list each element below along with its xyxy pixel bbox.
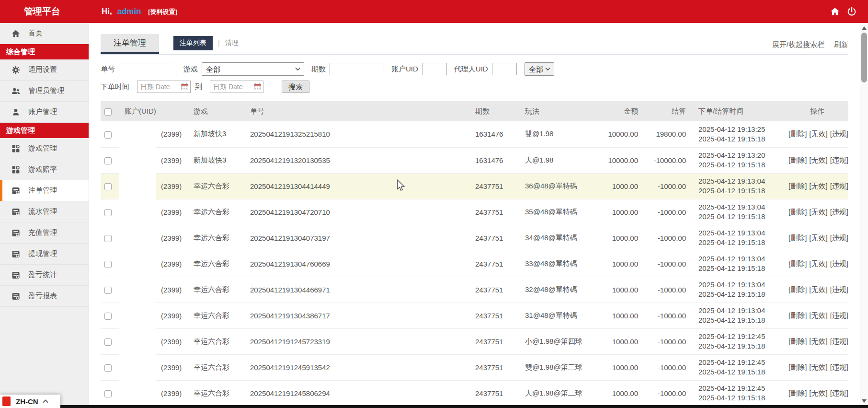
sidebar-item-flow-management[interactable]: 流水管理 bbox=[0, 201, 89, 222]
vertical-scrollbar[interactable] bbox=[860, 23, 868, 405]
sidebar-item-game-management[interactable]: 游戏管理 bbox=[0, 138, 89, 159]
time-cell: 2025-04-12 19:13:04 2025-04-12 19:15:18 bbox=[693, 277, 786, 303]
row-select-cell bbox=[101, 147, 119, 173]
violation-action-link[interactable]: [违规] bbox=[830, 233, 848, 242]
settled-time: 2025-04-12 19:15:18 bbox=[698, 367, 786, 377]
delete-action-link[interactable]: [删除] bbox=[788, 182, 807, 190]
settled-time: 2025-04-12 19:15:18 bbox=[698, 341, 786, 351]
game-cell: 幸运六合彩 bbox=[188, 354, 244, 380]
row-checkbox[interactable] bbox=[104, 131, 112, 139]
sidebar-item-recharge-management[interactable]: 充值管理 bbox=[0, 222, 89, 244]
invalid-action-link[interactable]: [无效] bbox=[809, 156, 827, 164]
row-checkbox[interactable] bbox=[104, 390, 112, 397]
profile-settings-link[interactable]: [资料设置] bbox=[148, 8, 177, 15]
sidebar-item-game-odds[interactable]: 游戏赔率 bbox=[0, 159, 89, 180]
invalid-action-link[interactable]: [无效] bbox=[809, 285, 827, 293]
violation-action-link[interactable]: [违规] bbox=[830, 363, 848, 371]
delete-action-link[interactable]: [删除] bbox=[788, 233, 807, 242]
language-label: ZH-CN bbox=[16, 397, 38, 406]
tab-divider: | bbox=[218, 39, 220, 47]
status-select[interactable]: 全部 bbox=[525, 62, 554, 76]
row-checkbox[interactable] bbox=[104, 364, 112, 372]
delete-action-link[interactable]: [删除] bbox=[788, 337, 807, 345]
grid-icon bbox=[11, 144, 20, 153]
period-input[interactable] bbox=[330, 63, 384, 75]
violation-action-link[interactable]: [违规] bbox=[830, 285, 848, 293]
order-no-input[interactable] bbox=[119, 63, 176, 75]
scroll-down-icon[interactable] bbox=[862, 399, 867, 403]
violation-action-link[interactable]: [违规] bbox=[830, 389, 848, 397]
delete-action-link[interactable]: [删除] bbox=[788, 208, 807, 216]
sidebar-item-profit-stats[interactable]: 盈亏统计 bbox=[0, 265, 89, 286]
violation-action-link[interactable]: [违规] bbox=[830, 182, 848, 190]
invalid-action-link[interactable]: [无效] bbox=[809, 259, 827, 268]
invalid-action-link[interactable]: [无效] bbox=[809, 389, 827, 397]
calendar-icon[interactable] bbox=[181, 83, 188, 91]
violation-action-link[interactable]: [违规] bbox=[830, 259, 848, 268]
row-checkbox[interactable] bbox=[104, 313, 112, 320]
violation-action-link[interactable]: [违规] bbox=[830, 311, 848, 319]
delete-action-link[interactable]: [删除] bbox=[788, 311, 807, 319]
toggle-search-link[interactable]: 展开/收起搜索栏 bbox=[772, 40, 824, 49]
delete-action-link[interactable]: [删除] bbox=[788, 389, 807, 397]
search-button[interactable]: 搜索 bbox=[282, 81, 309, 93]
game-cell: 幸运六合彩 bbox=[188, 173, 244, 199]
play-cell: 34@48@單特碼 bbox=[519, 225, 591, 251]
sidebar-item-profit-report[interactable]: 盈亏报表 bbox=[0, 286, 89, 307]
order-no-cell: 20250412191304466971 bbox=[244, 277, 469, 303]
period-label: 期数 bbox=[311, 65, 326, 74]
delete-action-link[interactable]: [删除] bbox=[788, 129, 807, 138]
row-checkbox[interactable] bbox=[104, 287, 112, 294]
spacer-cell bbox=[119, 173, 156, 199]
account-uid-input[interactable] bbox=[422, 63, 447, 75]
sidebar-item-withdraw-management[interactable]: 提现管理 bbox=[0, 244, 89, 265]
amount-cell: 1000.00 bbox=[591, 199, 645, 225]
delete-action-link[interactable]: [删除] bbox=[788, 285, 807, 293]
refresh-link[interactable]: 刷新 bbox=[834, 40, 848, 49]
sidebar-item-account-management[interactable]: 账户管理 bbox=[0, 102, 89, 123]
sidebar-item-home[interactable]: 首页 bbox=[0, 23, 89, 44]
sidebar-item-admin-management[interactable]: 管理员管理 bbox=[0, 81, 89, 102]
power-icon[interactable] bbox=[847, 7, 857, 16]
agent-uid-input[interactable] bbox=[492, 63, 517, 75]
select-all-checkbox[interactable] bbox=[104, 108, 112, 116]
invalid-action-link[interactable]: [无效] bbox=[809, 129, 827, 138]
tab-bet-list[interactable]: 注单列表 bbox=[173, 36, 213, 50]
violation-action-link[interactable]: [违规] bbox=[830, 337, 848, 345]
home-icon[interactable] bbox=[830, 7, 840, 16]
module-tab-bet-management[interactable]: 注单管理 bbox=[101, 34, 159, 54]
invalid-action-link[interactable]: [无效] bbox=[809, 363, 827, 371]
sidebar-item-bet-management[interactable]: 注单管理 bbox=[0, 180, 89, 201]
calendar-icon[interactable] bbox=[254, 83, 261, 91]
row-checkbox[interactable] bbox=[104, 261, 112, 268]
sidebar-item-general-settings[interactable]: 通用设置 bbox=[0, 59, 89, 81]
invalid-action-link[interactable]: [无效] bbox=[809, 182, 827, 190]
row-checkbox[interactable] bbox=[104, 183, 112, 190]
row-checkbox[interactable] bbox=[104, 157, 112, 164]
game-select[interactable]: 全部 bbox=[202, 62, 304, 76]
row-checkbox[interactable] bbox=[104, 338, 112, 346]
row-checkbox[interactable] bbox=[104, 209, 112, 216]
row-checkbox[interactable] bbox=[104, 235, 112, 242]
placed-time: 2025-04-12 19:13:04 bbox=[698, 306, 786, 315]
invalid-action-link[interactable]: [无效] bbox=[809, 337, 827, 345]
invalid-action-link[interactable]: [无效] bbox=[809, 233, 827, 242]
violation-action-link[interactable]: [违规] bbox=[830, 208, 848, 216]
language-selector[interactable]: ZH-CN bbox=[0, 395, 60, 408]
violation-action-link[interactable]: [违规] bbox=[830, 129, 848, 138]
delete-action-link[interactable]: [删除] bbox=[788, 363, 807, 371]
time-cell: 2025-04-12 19:12:45 2025-04-12 19:15:18 bbox=[693, 380, 786, 405]
tab-clean[interactable]: 清理 bbox=[225, 39, 239, 47]
delete-action-link[interactable]: [删除] bbox=[788, 156, 807, 164]
scrollbar-thumb[interactable] bbox=[861, 33, 867, 82]
actions-cell: [删除][无效][违规] bbox=[786, 225, 848, 251]
invalid-action-link[interactable]: [无效] bbox=[809, 311, 827, 319]
col-actions: 操作 bbox=[786, 101, 848, 121]
delete-action-link[interactable]: [删除] bbox=[788, 259, 807, 268]
invalid-action-link[interactable]: [无效] bbox=[809, 208, 827, 216]
sidebar-item-label: 流水管理 bbox=[28, 207, 57, 216]
report-icon bbox=[11, 250, 20, 258]
violation-action-link[interactable]: [违规] bbox=[830, 156, 848, 164]
settled-time: 2025-04-12 19:15:18 bbox=[698, 264, 786, 273]
scroll-up-icon[interactable] bbox=[862, 26, 867, 30]
